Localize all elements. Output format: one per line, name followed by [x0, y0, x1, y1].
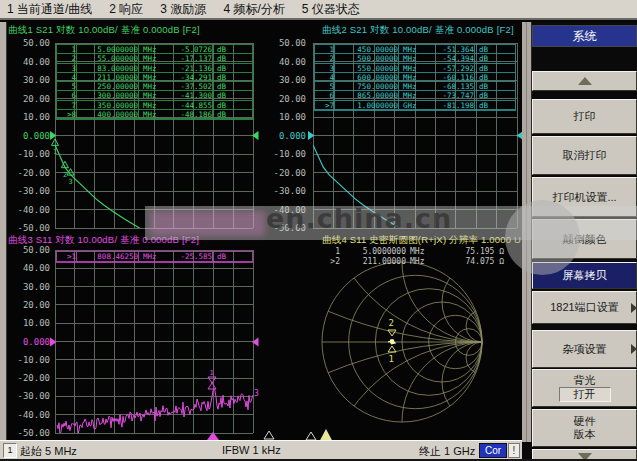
softkey-button-7[interactable]: 杂项设置 — [532, 330, 637, 368]
marker-cell: -34.291 — [165, 73, 213, 81]
marker-position-icon — [318, 429, 334, 440]
trace2-header: 曲线2 S21 对数 10.00dB/ 基准 0.000dB [F2] — [322, 24, 514, 37]
menu-item-stimulus[interactable]: 3 激励源 — [160, 1, 206, 18]
marker-cell: 3 — [57, 64, 77, 72]
marker-cell: MHz — [399, 54, 427, 62]
marker-cell: dB — [213, 45, 235, 53]
marker-cell: 600.00000 — [335, 73, 399, 81]
svg-text:1: 1 — [210, 369, 214, 377]
marker-cell: 5 — [57, 82, 77, 90]
menu-item-channel[interactable]: 1 当前通道/曲线 — [7, 1, 92, 18]
trace1-header: 曲线1 S21 对数 10.00dB/ 基准 0.000dB [F2] — [8, 24, 200, 37]
softkey-sidebar: 系统 打印取消打印打印机设置...颠倒颜色屏幕拷贝1821端口设置杂项设置背光打… — [522, 22, 637, 461]
smith-readout-cell: 211.00000 — [340, 257, 406, 266]
marker-cell: dB — [213, 91, 235, 99]
menu-item-instrument-state[interactable]: 5 仪器状态 — [302, 1, 360, 18]
active-channel-indicator: 1 — [3, 443, 17, 458]
marker-cell: dB — [475, 45, 497, 53]
axis-label: -20.00 — [8, 168, 50, 178]
marker-cell: dB — [213, 101, 235, 109]
softkey-button-9[interactable]: 硬件版本 — [532, 409, 637, 447]
marker-cell: -51.364 — [427, 45, 475, 53]
axis-label: -30.00 — [8, 186, 50, 196]
marker-cell: dB — [213, 64, 235, 72]
axis-label: 40.00 — [264, 57, 306, 67]
grid-trace3 — [55, 250, 253, 433]
marker-cell: dB — [213, 252, 235, 261]
marker-cell: -37.502 — [165, 82, 213, 90]
marker-cell: dB — [213, 82, 235, 90]
correction-badge: Cor — [479, 443, 507, 458]
marker-cell: 250.00000 — [77, 82, 139, 90]
marker-cell: -41.300 — [165, 91, 213, 99]
marker-table: >1808.46250MHz-25.585dB — [56, 251, 253, 263]
softkey-button-1[interactable]: 打印 — [532, 99, 637, 134]
marker-cell: dB — [475, 73, 497, 81]
softkey-label: 打印机设置... — [552, 191, 616, 204]
menu-item-response[interactable]: 2 响应 — [109, 1, 143, 18]
softkey-toggle-state: 打开 — [559, 387, 611, 402]
stop-frequency-label: 终止 1 GHz — [419, 444, 475, 459]
trace3-number-label: 3 — [254, 389, 259, 398]
marker-position-icon — [306, 432, 316, 440]
svg-text:3: 3 — [69, 178, 73, 186]
menu-bar: 1 当前通道/曲线 2 响应 3 激励源 4 频标/分析 5 仪器状态 — [0, 0, 637, 20]
softkey-label: 硬件 — [574, 415, 596, 428]
marker-cell: MHz — [139, 64, 165, 72]
submenu-arrow-icon — [631, 303, 637, 313]
marker-cell: MHz — [399, 64, 427, 72]
marker-cell: 83.000000 — [77, 64, 139, 72]
menu-item-marker-analysis[interactable]: 4 频标/分析 — [223, 1, 284, 18]
marker-cell: >1 — [57, 252, 77, 261]
axis-label: 30.00 — [8, 282, 50, 292]
axis-label: -10.00 — [264, 149, 306, 159]
marker-cell: 3 — [315, 64, 335, 72]
start-frequency-label: 起始 5 MHz — [20, 444, 77, 459]
marker-cell: 4 — [57, 73, 77, 81]
axis-label: 30.00 — [264, 75, 306, 85]
softkey-button-4[interactable]: 颠倒颜色 — [532, 219, 637, 259]
ifbw-label: IFBW 1 kHz — [222, 444, 281, 456]
marker-cell: MHz — [399, 91, 427, 99]
softkey-label: 1821端口设置 — [550, 301, 618, 314]
smith-readout-cell: MHz — [406, 247, 438, 256]
softkey-button-2[interactable]: 取消打印 — [532, 136, 637, 175]
marker-cell: -17.137 — [165, 54, 213, 62]
marker-cell: -73.747 — [427, 91, 475, 99]
marker-row: 5750.00000MHz-68.135dB — [315, 82, 515, 91]
smith-readout-cell: >2 — [326, 257, 340, 266]
marker-table: 15.0000000MHz-5.0726dB255.000000MHz-17.1… — [56, 44, 253, 120]
softkey-scroll-up-button[interactable] — [532, 71, 637, 91]
marker-cell: MHz — [139, 101, 165, 109]
marker-row: >8400.00000MHz-48.186dB — [57, 110, 252, 119]
axis-label: -10.00 — [8, 149, 50, 159]
axis-label: 10.00 — [8, 112, 50, 122]
marker-row: 7350.00000MHz-44.855dB — [57, 101, 252, 110]
axis-label: 20.00 — [8, 300, 50, 310]
axis-label: -20.00 — [8, 373, 50, 383]
marker-cell: -25.585 — [165, 252, 213, 261]
smith-readout-cell: 1 — [326, 247, 340, 256]
sidebar-scrollbar[interactable] — [522, 22, 532, 442]
marker-cell: 500.00000 — [335, 54, 399, 62]
svg-text:1: 1 — [389, 354, 394, 364]
axis-label: -30.00 — [264, 186, 306, 196]
softkey-button-6[interactable]: 1821端口设置 — [532, 291, 637, 324]
softkey-button-5[interactable]: 屏幕拷贝 — [532, 262, 637, 289]
marker-cell: MHz — [139, 45, 165, 53]
marker-cell: dB — [475, 101, 497, 109]
axis-label: -10.00 — [8, 355, 50, 365]
marker-cell: MHz — [139, 252, 165, 261]
softkey-label: 取消打印 — [563, 149, 607, 162]
softkey-label: 背光 — [574, 374, 596, 387]
marker-cell: 400.00000 — [77, 110, 139, 118]
reference-level-marker-icon — [50, 338, 57, 347]
marker-cell: GHz — [399, 101, 427, 109]
softkey-button-3[interactable]: 打印机设置... — [532, 177, 637, 217]
svg-text:2: 2 — [389, 318, 394, 328]
axis-label: -20.00 — [264, 168, 306, 178]
softkey-button-8[interactable]: 背光打开 — [532, 369, 637, 407]
axis-label: 50.00 — [8, 38, 50, 48]
marker-cell: -54.394 — [427, 54, 475, 62]
marker-row: 4211.00000MHz-34.291dB — [57, 73, 252, 82]
